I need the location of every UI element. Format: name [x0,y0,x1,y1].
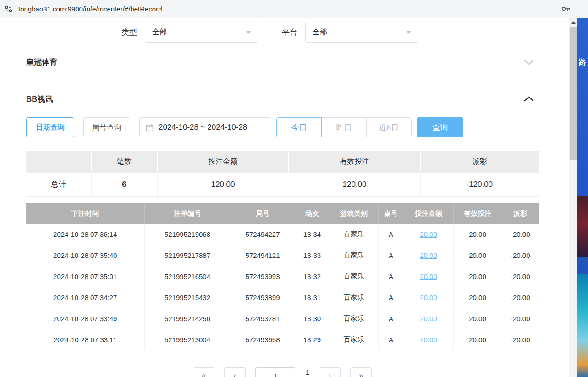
chevron-down-icon [407,31,411,34]
last-8-days-button[interactable]: 近8日 [366,117,412,137]
table-row: 2024-10-28 07:36:14 521995219068 5724942… [26,224,539,245]
date-range-input[interactable]: 2024-10-28 ~ 2024-10-28 [139,117,271,137]
table-row: 2024-10-28 07:35:01 521995216504 5724939… [26,266,539,287]
cell-session: 13-33 [295,245,330,266]
platform-filter-select[interactable]: 全部 [305,22,418,43]
cell-time: 2024-10-28 07:35:01 [26,266,144,287]
table-row: 2024-10-28 07:33:11 521995213004 5724936… [26,329,539,350]
col-valid-bet: 有效投注 [453,203,502,224]
round-query-button[interactable]: 局号查询 [83,117,130,137]
section-crown-sports[interactable]: 皇冠体育 [26,55,539,69]
cell-payout: -20.00 [502,266,539,287]
col-bet-amount: 投注金额 [404,203,453,224]
address-bar-url[interactable]: tongbao31.com:9900/infe/mcenter/#/betRec… [18,5,162,13]
cell-time: 2024-10-28 07:36:14 [26,224,144,245]
col-payout: 派彩 [502,203,539,224]
bet-amount-link[interactable]: 20.00 [420,315,437,322]
summary-header-blank [26,151,91,173]
cell-time: 2024-10-28 07:33:49 [26,308,144,329]
cell-order: 521995219068 [144,224,231,245]
col-session: 场次 [295,203,330,224]
col-game-type: 游戏类别 [330,203,378,224]
summary-header-row: 笔数 投注金额 有效投注 派彩 [26,151,539,173]
cell-table: A [378,266,404,287]
cell-time: 2024-10-28 07:33:11 [26,329,144,350]
cell-payout: -20.00 [502,308,539,329]
summary-total-row: 总计 6 120.00 120.00 -120.00 [26,173,539,196]
date-query-button[interactable]: 日期查询 [26,117,74,137]
cell-game: 百家乐 [330,266,378,287]
summary-table: 笔数 投注金额 有效投注 派彩 总计 6 120.00 120.00 -120.… [26,151,539,197]
vertical-scrollbar[interactable] [569,18,577,377]
bet-amount-link[interactable]: 20.00 [420,273,437,280]
cell-payout: -20.00 [502,224,539,245]
next-page-button[interactable]: › [319,367,341,377]
scrollbar-thumb[interactable] [570,27,577,160]
cell-round: 572493781 [231,308,295,329]
bet-amount-link[interactable]: 20.00 [420,336,437,344]
bet-amount-link[interactable]: 20.00 [420,294,437,301]
cell-session: 13-30 [295,308,330,329]
chevron-down-icon [523,59,534,65]
platform-filter-value: 全部 [313,27,327,37]
side-ad-fragment [577,196,588,257]
cell-time: 2024-10-28 07:35:40 [26,245,144,266]
cell-round: 572494121 [231,245,295,266]
bet-record-page: 类型 全部 平台 全部 皇冠体育 BB视讯 日期查询 [0,18,569,377]
last-page-button[interactable]: » [350,367,372,377]
query-bar: 日期查询 局号查询 2024-10-28 ~ 2024-10-28 今日 昨日 … [26,117,539,137]
summary-total-label: 总计 [26,173,91,196]
side-strip-text: 路 [577,58,588,67]
summary-payout-value: -120.00 [420,173,539,196]
cell-round: 572493899 [231,287,295,308]
bet-amount-link[interactable]: 20.00 [420,230,437,238]
page-total-label: 1 [306,367,309,376]
cell-table: A [378,329,404,350]
cell-game: 百家乐 [330,287,378,308]
site-info-icon[interactable] [5,5,13,13]
col-round-no: 局号 [231,203,295,224]
cell-table: A [378,245,404,266]
summary-valid-bet-value: 120.00 [289,173,420,196]
cell-valid: 20.00 [453,266,502,287]
scroll-up-arrow-icon[interactable] [569,18,577,27]
bet-amount-link[interactable]: 20.00 [420,251,437,259]
type-filter-value: 全部 [152,27,167,37]
cell-round: 572493993 [231,266,295,287]
cell-valid: 20.00 [453,287,502,308]
browser-address-bar: tongbao31.com:9900/infe/mcenter/#/betRec… [0,0,588,18]
type-filter-label: 类型 [121,27,137,38]
cell-table: A [378,287,404,308]
cell-valid: 20.00 [453,329,502,350]
cell-game: 百家乐 [330,308,378,329]
cell-order: 521995213004 [144,329,231,350]
section-bb-video[interactable]: BB视讯 [26,92,539,106]
cell-session: 13-32 [295,266,330,287]
type-filter-select[interactable]: 全部 [145,22,258,43]
first-page-button[interactable]: « [193,367,214,377]
cell-order: 521995217887 [144,245,231,266]
right-edge-content-strip: 路 [577,18,588,377]
quick-date-button-group: 今日 昨日 近8日 [276,117,412,137]
cell-order: 521995216504 [144,266,231,287]
table-row: 2024-10-28 07:35:40 521995217887 5724941… [26,245,539,266]
summary-header-count: 笔数 [91,151,157,173]
cell-game: 百家乐 [330,245,378,266]
col-bet-time: 下注时间 [26,203,144,224]
cell-valid: 20.00 [453,308,502,329]
cell-round: 572494227 [231,224,295,245]
password-key-icon[interactable] [561,5,571,12]
cell-table: A [378,224,404,245]
yesterday-button[interactable]: 昨日 [321,117,367,137]
page-input[interactable] [255,367,296,377]
cell-round: 572493658 [231,329,295,350]
cell-order: 521995215432 [144,287,231,308]
prev-page-button[interactable]: ‹ [224,367,246,377]
search-button[interactable]: 查询 [417,117,463,137]
table-row: 2024-10-28 07:33:49 521995214250 5724937… [26,308,539,329]
summary-bet-amount-value: 120.00 [157,173,289,196]
col-table-no: 桌号 [378,203,404,224]
cell-time: 2024-10-28 07:34:27 [26,287,144,308]
date-range-value: 2024-10-28 ~ 2024-10-28 [159,123,247,132]
today-button[interactable]: 今日 [276,117,322,137]
